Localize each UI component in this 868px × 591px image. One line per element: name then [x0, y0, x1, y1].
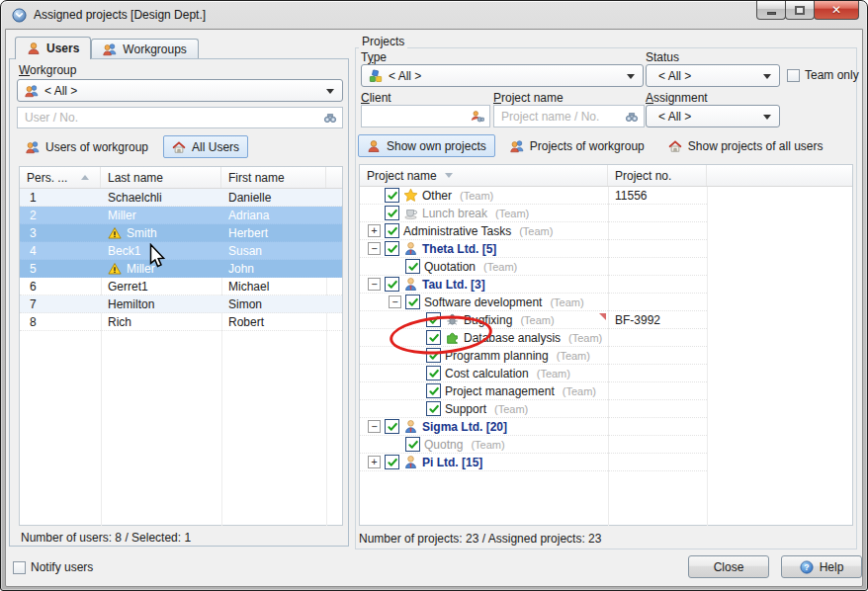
client-field[interactable] — [361, 105, 490, 127]
column-header-lastname[interactable]: Last name — [101, 167, 221, 188]
binoculars-icon[interactable] — [323, 111, 337, 125]
user-icon — [27, 42, 41, 55]
note-flag-icon — [599, 313, 606, 320]
user-row[interactable]: 3 Smith Herbert — [20, 224, 342, 242]
user-search-input[interactable] — [23, 110, 319, 126]
project-tree-row[interactable]: − Sigma Ltd. [20] — [360, 418, 852, 436]
column-header-firstname[interactable]: First name — [221, 167, 326, 188]
users-of-workgroup-button[interactable]: Users of workgroup — [17, 135, 157, 158]
project-checkbox[interactable] — [385, 206, 399, 220]
all-users-button[interactable]: All Users — [163, 135, 248, 158]
project-name-input[interactable] — [499, 109, 621, 125]
project-checkbox[interactable] — [426, 383, 441, 398]
title-bar[interactable]: Assigned projects [Design Dept.] — [1, 1, 867, 29]
project-checkbox[interactable] — [426, 312, 441, 327]
warning-icon — [108, 226, 122, 240]
user-firstname: Danielle — [221, 189, 326, 206]
project-tree-row[interactable]: Quotation (Team) — [360, 258, 852, 276]
assignment-label: Assignment — [646, 91, 708, 105]
close-window-button[interactable]: ✕ — [814, 1, 859, 20]
tab-users[interactable]: Users — [15, 37, 91, 59]
project-name: Software development — [424, 296, 542, 309]
column-header-project-name[interactable]: Project name — [360, 165, 608, 186]
minimize-button[interactable] — [756, 1, 786, 20]
notify-users-checkbox[interactable] — [13, 561, 26, 574]
binoculars-icon[interactable] — [625, 110, 639, 124]
project-checkbox[interactable] — [385, 223, 399, 238]
project-name: Cost calculation — [445, 367, 529, 380]
tree-expander[interactable]: − — [368, 242, 381, 255]
client-input[interactable] — [367, 109, 467, 125]
person-search-icon[interactable] — [471, 110, 484, 124]
client-label: Client — [361, 91, 391, 105]
user-persno: 8 — [20, 313, 101, 330]
close-button[interactable]: Close — [688, 555, 769, 578]
tree-expander[interactable]: + — [368, 456, 381, 468]
project-tree-row[interactable]: Bugfixing (Team) BF-3992 — [360, 311, 852, 329]
project-tree-row[interactable]: Other (Team) 11556 — [360, 187, 852, 205]
project-checkbox[interactable] — [405, 437, 420, 452]
project-checkbox[interactable] — [385, 188, 399, 203]
user-persno: 6 — [20, 278, 101, 295]
tab-workgroups[interactable]: Workgroups — [91, 39, 198, 58]
user-firstname: Susan — [221, 242, 326, 259]
show-own-projects-button[interactable]: Show own projects — [358, 134, 495, 157]
project-checkbox[interactable] — [426, 366, 441, 380]
maximize-button[interactable] — [785, 1, 815, 20]
user-row[interactable]: 5 Miller John — [20, 260, 342, 278]
user-row[interactable]: 6 Gerret1 Michael — [20, 278, 342, 296]
project-tree-row[interactable]: + Administrative Tasks (Team) — [360, 222, 852, 240]
project-tree-row[interactable]: Programm planning (Team) — [360, 347, 852, 365]
project-checkbox[interactable] — [385, 419, 399, 434]
workgroup-select[interactable]: < All > — [17, 79, 343, 102]
project-tree-row[interactable]: Lunch break (Team) — [360, 205, 852, 222]
help-button[interactable]: ? Help — [781, 555, 862, 578]
user-row[interactable]: 2 Miller Adriana — [20, 207, 342, 224]
sort-descending-icon — [445, 173, 453, 178]
projects-of-workgroup-button[interactable]: Projects of workgroup — [501, 134, 653, 157]
project-checkbox[interactable] — [385, 455, 399, 469]
project-tree-row[interactable]: Quotng (Team) — [360, 436, 852, 454]
chevron-down-icon — [326, 89, 334, 94]
team-only-checkbox[interactable] — [787, 69, 800, 82]
project-tree-row[interactable]: Cost calculation (Team) — [360, 365, 852, 382]
project-tree-row[interactable]: − Theta Ltd. [5] — [360, 240, 852, 258]
project-tree-row[interactable]: Support (Team) — [360, 400, 852, 418]
tree-expander[interactable]: − — [389, 296, 401, 308]
user-lastname: Beck1 — [101, 242, 221, 259]
user-row[interactable]: 1 Schaelchli Danielle — [20, 189, 342, 207]
user-row[interactable]: 8 Rich Robert — [20, 313, 342, 331]
project-tree-row[interactable]: + Pi Ltd. [15] — [360, 454, 852, 471]
project-checkbox[interactable] — [426, 330, 441, 345]
user-lastname: Hemilton — [101, 296, 221, 312]
tree-expander[interactable]: + — [368, 224, 381, 237]
column-header-project-no[interactable]: Project no. — [608, 165, 707, 186]
project-name: Theta Ltd. [5] — [422, 242, 496, 256]
project-checkbox[interactable] — [426, 401, 441, 416]
project-tree-row[interactable]: Database analysis (Team) — [360, 329, 852, 347]
user-row[interactable]: 4 Beck1 Susan — [20, 242, 342, 260]
project-checkbox[interactable] — [405, 259, 420, 274]
project-checkbox[interactable] — [385, 241, 399, 256]
left-tabs: Users Workgroups — [15, 37, 199, 59]
project-name-field[interactable] — [493, 105, 645, 127]
team-tag: (Team) — [519, 225, 553, 237]
tree-expander[interactable]: − — [368, 420, 381, 433]
project-no — [608, 347, 707, 365]
type-select[interactable]: < All > — [361, 64, 644, 87]
status-select[interactable]: < All > — [646, 64, 780, 87]
project-tree-row[interactable]: − Tau Ltd. [3] — [360, 276, 852, 294]
user-row[interactable]: 7 Hemilton Simon — [20, 296, 342, 313]
project-checkbox[interactable] — [405, 295, 420, 309]
tree-expander[interactable]: − — [368, 278, 381, 291]
home-icon — [668, 139, 682, 153]
project-tree-row[interactable]: − Software development (Team) — [360, 294, 852, 311]
user-search-field[interactable] — [17, 107, 343, 128]
project-tree-row[interactable]: Project management (Team) — [360, 382, 852, 400]
show-projects-of-all-users-button[interactable]: Show projects of all users — [659, 134, 832, 157]
project-checkbox[interactable] — [426, 348, 441, 363]
assignment-select[interactable]: < All > — [646, 105, 780, 127]
column-header-persno[interactable]: Pers. ... — [20, 167, 101, 188]
user-firstname: John — [221, 260, 326, 277]
project-checkbox[interactable] — [385, 277, 399, 292]
